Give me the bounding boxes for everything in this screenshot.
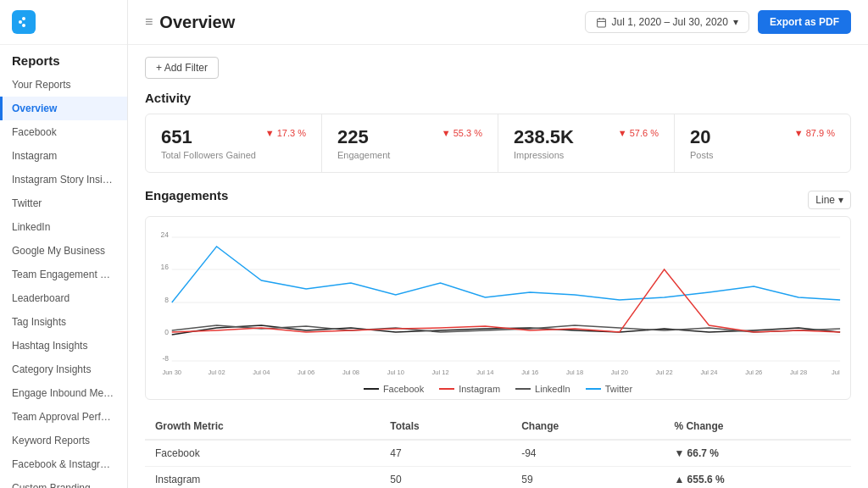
svg-text:Jul 06: Jul 06	[298, 369, 314, 376]
activity-card-1: 225 ▼ 55.3 % Engagement	[322, 114, 498, 172]
card-label-3: Posts	[690, 150, 835, 160]
growth-table-head: Growth MetricTotalsChange% Change	[145, 413, 851, 440]
content-area: + Add Filter Activity 651 ▼ 17.3 % Total…	[128, 45, 868, 488]
activity-card-0: 651 ▼ 17.3 % Total Followers Gained	[146, 114, 322, 172]
legend-instagram: Instagram	[439, 384, 500, 394]
chart-legend: Facebook Instagram LinkedIn Twitter	[154, 384, 842, 394]
card-change-3: ▼ 87.9 %	[794, 128, 835, 138]
activity-title: Activity	[145, 91, 851, 105]
chevron-down-icon: ▾	[838, 194, 843, 206]
facebook-legend-label: Facebook	[383, 384, 424, 394]
svg-text:0: 0	[164, 328, 169, 336]
instagram-legend-line	[439, 388, 454, 390]
growth-change-0: -94	[511, 440, 664, 467]
sidebar-item-engage-inbound[interactable]: Engage Inbound Messages	[0, 381, 127, 405]
svg-text:8: 8	[164, 296, 169, 304]
sidebar-item-leaderboard[interactable]: Leaderboard	[0, 286, 127, 310]
svg-text:Jul 14: Jul 14	[476, 369, 494, 376]
growth-totals-0: 47	[380, 440, 511, 467]
svg-point-2	[22, 24, 25, 27]
svg-point-0	[19, 20, 22, 24]
svg-text:Jul 30: Jul 30	[832, 369, 842, 376]
growth-metric-1: Instagram	[145, 467, 380, 489]
card-label-1: Engagement	[337, 150, 482, 160]
sidebar-item-category-insights[interactable]: Category Insights	[0, 358, 127, 381]
legend-facebook: Facebook	[364, 384, 424, 394]
date-range-picker[interactable]: Jul 1, 2020 – Jul 30, 2020 ▾	[585, 11, 749, 33]
svg-text:Jul 10: Jul 10	[387, 369, 405, 376]
engagements-chart: 24 16 8 0 -8 Jun 30 Jul 02 Jul 04 Jul 06…	[145, 216, 851, 400]
svg-text:-8: -8	[162, 354, 169, 363]
svg-text:Jul 08: Jul 08	[342, 369, 359, 376]
sidebar-item-your-reports[interactable]: Your Reports	[0, 73, 127, 97]
sidebar-item-facebook-paid[interactable]: Facebook & Instagram Paid Performance	[0, 452, 127, 476]
growth-row-1: Instagram 50 59 ▲ 655.6 %	[145, 467, 851, 489]
sidebar-item-tag-insights[interactable]: Tag Insights	[0, 310, 127, 334]
growth-pct-1: ▲ 655.6 %	[664, 467, 851, 489]
legend-linkedin: LinkedIn	[515, 384, 570, 394]
svg-point-1	[22, 17, 25, 20]
card-value-2: 238.5K	[514, 126, 574, 148]
growth-table: Growth MetricTotalsChange% Change Facebo…	[145, 413, 851, 488]
twitter-legend-line	[586, 388, 601, 390]
growth-header-2: Change	[511, 413, 664, 440]
svg-text:Jul 12: Jul 12	[432, 369, 449, 376]
sidebar-item-hashtag-insights[interactable]: Hashtag Insights	[0, 334, 127, 358]
engagements-title: Engagements	[145, 188, 228, 202]
sidebar-item-facebook[interactable]: Facebook	[0, 120, 127, 144]
linkedin-legend-label: LinkedIn	[535, 384, 570, 394]
growth-table-body: Facebook 47 -94 ▼ 66.7 % Instagram 50 59…	[145, 440, 851, 488]
logo-icon	[12, 10, 36, 34]
card-header-3: 20 ▼ 87.9 %	[690, 126, 835, 148]
add-filter-button[interactable]: + Add Filter	[145, 57, 219, 79]
page-title: Overview	[159, 13, 235, 32]
sidebar-item-team-engagement[interactable]: Team Engagement Reports	[0, 263, 127, 286]
chart-svg: 24 16 8 0 -8 Jun 30 Jul 02 Jul 04 Jul 06…	[154, 225, 842, 378]
card-label-0: Total Followers Gained	[161, 150, 306, 160]
svg-text:Jun 30: Jun 30	[162, 369, 181, 376]
sidebar-item-linkedin[interactable]: LinkedIn	[0, 215, 127, 239]
sidebar-item-google-my-business[interactable]: Google My Business	[0, 239, 127, 263]
sidebar-nav: Your ReportsOverviewFacebookInstagramIns…	[0, 73, 127, 488]
growth-change-1: 59	[511, 467, 664, 489]
facebook-legend-line	[364, 388, 379, 390]
svg-text:Jul 28: Jul 28	[790, 369, 807, 376]
svg-text:Jul 22: Jul 22	[656, 369, 673, 376]
card-value-1: 225	[337, 126, 369, 148]
linkedin-legend-line	[515, 388, 531, 390]
chevron-down-icon: ▾	[733, 16, 738, 28]
chart-type-selector[interactable]: Line ▾	[808, 191, 851, 209]
sidebar: Reports Your ReportsOverviewFacebookInst…	[0, 0, 128, 488]
svg-text:16: 16	[161, 263, 170, 271]
sidebar-item-instagram-story[interactable]: Instagram Story Insights	[0, 168, 127, 191]
growth-metric-0: Facebook	[145, 440, 380, 467]
sidebar-item-overview[interactable]: Overview	[0, 97, 127, 120]
sidebar-item-keyword-reports[interactable]: Keyword Reports	[0, 429, 127, 452]
growth-header-3: % Change	[664, 413, 851, 440]
svg-text:Jul 16: Jul 16	[521, 369, 538, 376]
growth-header-1: Totals	[380, 413, 511, 440]
instagram-legend-label: Instagram	[459, 384, 500, 394]
svg-text:Jul 02: Jul 02	[208, 369, 225, 376]
twitter-legend-label: Twitter	[605, 384, 632, 394]
engagements-header: Engagements Line ▾	[145, 188, 851, 211]
legend-twitter: Twitter	[586, 384, 632, 394]
svg-text:Jul 18: Jul 18	[566, 369, 583, 376]
sidebar-item-custom-branding[interactable]: Custom Branding	[0, 476, 127, 488]
growth-table-header-row: Growth MetricTotalsChange% Change	[145, 413, 851, 440]
page-header: ≡ Overview Jul 1, 2020 – Jul 30, 2020 ▾ …	[128, 0, 868, 45]
activity-card-3: 20 ▼ 87.9 % Posts	[675, 114, 850, 172]
card-change-0: ▼ 17.3 %	[265, 128, 306, 138]
sidebar-item-team-approval[interactable]: Team Approval Performance	[0, 405, 127, 429]
sidebar-item-instagram[interactable]: Instagram	[0, 144, 127, 168]
activity-card-2: 238.5K ▼ 57.6 % Impressions	[498, 114, 675, 172]
sidebar-logo	[0, 0, 127, 45]
card-change-2: ▼ 57.6 %	[618, 128, 659, 138]
chart-type-label: Line	[815, 194, 835, 206]
export-pdf-button[interactable]: Export as PDF	[758, 10, 851, 34]
activity-cards: 651 ▼ 17.3 % Total Followers Gained 225 …	[145, 114, 851, 173]
card-change-1: ▼ 55.3 %	[442, 128, 482, 138]
card-header-1: 225 ▼ 55.3 %	[337, 126, 482, 148]
sidebar-item-twitter[interactable]: Twitter	[0, 191, 127, 215]
growth-totals-1: 50	[380, 467, 511, 489]
